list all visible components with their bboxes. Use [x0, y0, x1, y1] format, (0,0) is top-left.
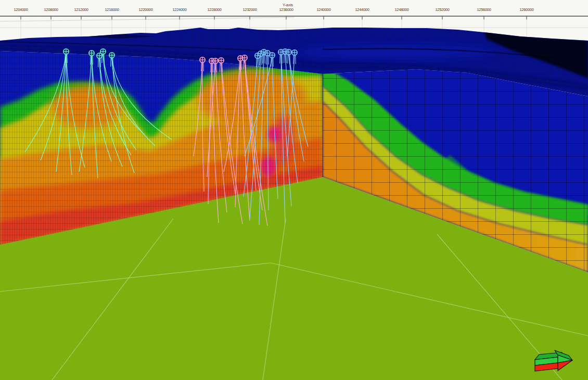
axis-tick-label: 1256000 [477, 7, 491, 12]
scene-canvas[interactable]: 1204000120800012120001216000122000012240… [0, 0, 588, 380]
axis-tick-label: 1208000 [44, 7, 58, 12]
axis-tick-label: 1204000 [14, 7, 28, 12]
axis-tick-label: 1224000 [172, 7, 186, 12]
axis-title: Y-axis [283, 3, 293, 7]
axis-tick-label: 1236000 [279, 7, 293, 12]
axis-tick-label: 1232000 [242, 7, 257, 12]
3d-viewport[interactable]: 1204000120800012120001216000122000012240… [0, 0, 588, 380]
axis-tick-label: 1252000 [435, 7, 449, 12]
axis-tick-label: 1244000 [355, 7, 369, 12]
axis-tick-label: 1260000 [519, 7, 533, 12]
axis-tick-label: 1216000 [105, 7, 119, 12]
axis-tick-label: 1248000 [394, 7, 408, 12]
axis-tick-label: 1212000 [74, 7, 88, 12]
axis-tick-label: 1220000 [138, 7, 152, 12]
axis-tick-label: 1240000 [316, 7, 330, 12]
axis-tick-label: 1228000 [207, 7, 221, 12]
